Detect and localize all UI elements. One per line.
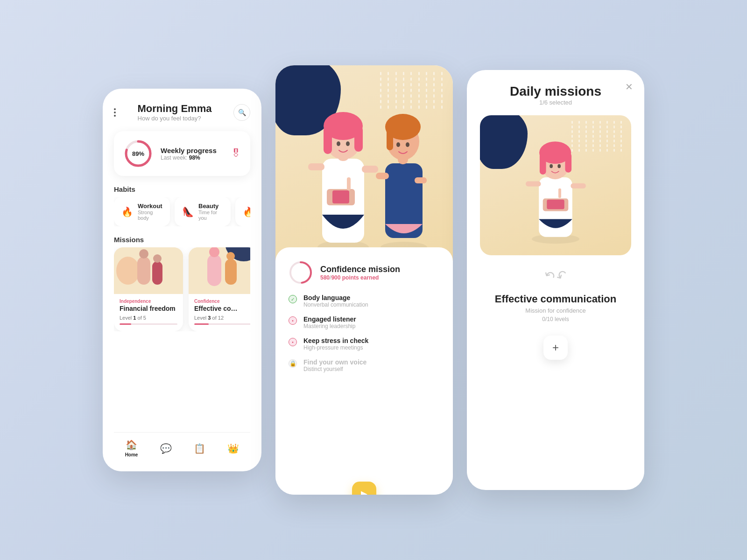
daily-missions-title-text: Daily missions: [480, 84, 631, 99]
add-mission-button[interactable]: +: [543, 336, 568, 360]
mission-final-subtitle: Mission for confidence: [480, 307, 631, 314]
svg-rect-50: [565, 153, 571, 173]
close-button[interactable]: ✕: [625, 81, 633, 92]
task-list: ✓ Body language Nonverbal communication …: [289, 294, 440, 372]
mission-independence-level: Level 1 of 5: [120, 315, 177, 321]
mission-final-levels: 0/10 levels: [480, 316, 631, 322]
habit-beauty[interactable]: 👠 Beauty Time for you: [175, 197, 231, 226]
mission-detail-title-block: Confidence mission 580/900 points earned: [320, 265, 400, 281]
greeting-block: Morning Emma How do you feel today?: [138, 103, 212, 122]
svg-point-13: [226, 252, 235, 260]
svg-point-37: [406, 142, 409, 147]
svg-rect-10: [207, 254, 221, 286]
play-button[interactable]: ▶: [352, 482, 376, 495]
habit-more[interactable]: 🔥: [235, 197, 250, 226]
task-engaged-listener-desc: Mastering leadership: [303, 323, 356, 329]
mission-independence-title: Financial freedom: [120, 305, 177, 312]
habit-workout-name: Workout: [138, 203, 162, 210]
missions-section: Missions: [114, 236, 250, 331]
swipe-arrows: ↷ ↶: [480, 268, 631, 284]
svg-point-5: [139, 249, 148, 259]
task-stress[interactable]: • Keep stress in check High-pressure mee…: [289, 337, 440, 351]
task-own-voice-title: Find your own voice: [303, 358, 366, 366]
svg-rect-43: [571, 183, 585, 189]
search-button[interactable]: 🔍: [233, 104, 250, 121]
task-stress-desc: High-pressure meetings: [303, 344, 368, 351]
greeting-subtitle: How do you feel today?: [138, 115, 212, 122]
more-icon: 🔥: [243, 206, 250, 217]
task-engaged-listener[interactable]: • Engaged listener Mastering leadership: [289, 315, 440, 329]
nav-crown[interactable]: 👑: [227, 443, 239, 454]
mission-independence-body: Independence Financial freedom Level 1 o…: [114, 294, 183, 331]
mission-independence[interactable]: Independence Financial freedom Level 1 o…: [114, 247, 183, 331]
svg-rect-24: [354, 126, 363, 152]
home-icon: 🏠: [126, 439, 137, 450]
daily-missions-selected: 1/6 selected: [480, 99, 631, 106]
habits-section: Habits 🔥 Workout Strong body 👠 Beauty Ti…: [114, 185, 250, 226]
nav-messages[interactable]: 💬: [160, 443, 172, 454]
home-header: Morning Emma How do you feel today? 🔍: [114, 103, 250, 122]
habit-workout-text: Workout Strong body: [138, 203, 162, 221]
svg-point-7: [153, 254, 162, 263]
mission-final-title-block: Effective communication Mission for conf…: [480, 293, 631, 322]
svg-point-36: [396, 142, 400, 147]
greeting-text: Morning Emma: [138, 103, 212, 115]
progress-percentage: 89%: [132, 150, 144, 157]
bottom-nav: 🏠 Home 💬 📋 👑: [114, 432, 250, 457]
mission-confidence[interactable]: Confidence Effective co… Level 3 of 12: [189, 247, 250, 331]
menu-button[interactable]: [114, 108, 116, 117]
mission-confidence-body: Confidence Effective co… Level 3 of 12: [189, 294, 250, 331]
svg-rect-53: [558, 189, 561, 198]
svg-point-26: [346, 141, 350, 146]
task-body-language[interactable]: ✓ Body language Nonverbal communication: [289, 294, 440, 308]
svg-rect-45: [547, 200, 564, 209]
mission-detail-card: Confidence mission 580/900 points earned…: [275, 247, 453, 495]
progress-label: Weekly progress: [161, 147, 217, 154]
svg-point-11: [209, 247, 219, 257]
messages-icon: 💬: [160, 443, 172, 454]
screen-mission-detail: document.write(Array(63).fill('<span sty…: [275, 65, 453, 495]
task-own-voice: 🔒 Find your own voice Distinct yourself: [289, 358, 440, 372]
mission-detail-name: Confidence mission: [320, 265, 400, 274]
habit-workout[interactable]: 🔥 Workout Strong body: [114, 197, 170, 226]
mission-independence-img: [114, 247, 183, 294]
daily-hero-image: document.write(Array(56).fill('<span sty…: [480, 115, 631, 255]
progress-last-week: Last week: 98%: [161, 154, 217, 161]
mission-confidence-bar: [194, 323, 250, 325]
task-own-voice-desc: Distinct yourself: [303, 366, 366, 372]
mission-independence-bar: [120, 323, 177, 325]
screen-daily-missions: ✕ Daily missions 1/6 selected document.w…: [467, 70, 644, 490]
svg-point-3: [116, 257, 140, 285]
task-stress-bullet: •: [289, 338, 297, 346]
svg-rect-4: [137, 257, 150, 285]
task-body-language-desc: Nonverbal communication: [303, 301, 368, 308]
svg-rect-23: [324, 126, 332, 154]
task-body-language-bullet: ✓: [289, 295, 297, 303]
task-engaged-listener-title: Engaged listener: [303, 315, 356, 323]
svg-rect-6: [152, 261, 162, 285]
mission-confidence-category: Confidence: [194, 299, 250, 304]
mission-final-name: Effective communication: [480, 293, 631, 305]
progress-card: 89% Weekly progress Last week: 98% 🎖: [114, 131, 250, 176]
svg-rect-42: [526, 181, 541, 186]
mission-confidence-title: Effective co…: [194, 305, 250, 312]
screen-home: Morning Emma How do you feel today? 🔍 89…: [103, 89, 261, 471]
missions-row: Independence Financial freedom Level 1 o…: [114, 247, 250, 331]
nav-home-label: Home: [125, 452, 138, 457]
svg-rect-16: [308, 163, 324, 170]
habits-title: Habits: [114, 185, 250, 193]
svg-rect-12: [225, 259, 237, 285]
task-body-language-info: Body language Nonverbal communication: [303, 294, 368, 308]
svg-rect-35: [415, 177, 427, 183]
mission-progress-ring: [289, 260, 313, 285]
habit-workout-desc: Strong body: [138, 210, 162, 221]
missions-title: Missions: [114, 236, 250, 244]
habits-row: 🔥 Workout Strong body 👠 Beauty Time for …: [114, 197, 250, 226]
workout-icon: 🔥: [121, 206, 133, 217]
reward-icon: 🎖: [231, 147, 241, 160]
nav-home[interactable]: 🏠 Home: [125, 439, 138, 457]
habit-beauty-text: Beauty Time for you: [198, 203, 223, 221]
nav-tasks[interactable]: 📋: [194, 443, 205, 454]
svg-point-25: [337, 141, 340, 146]
mission-confidence-level: Level 3 of 12: [194, 315, 250, 321]
